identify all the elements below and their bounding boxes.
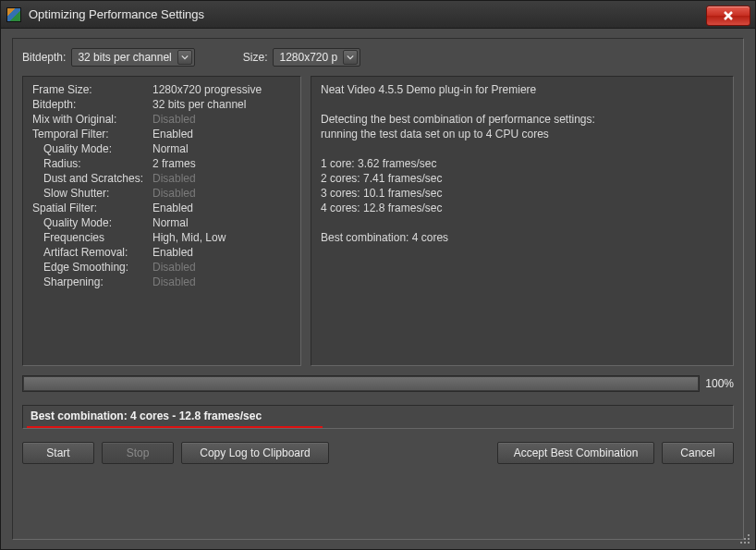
settings-key: Bitdepth: [32,97,152,112]
start-button[interactable]: Start [22,442,94,464]
chevron-down-icon [343,50,358,65]
settings-row: Bitdepth:32 bits per channel [32,97,291,112]
settings-value: 1280x720 progressive [152,82,262,97]
content-panels: Frame Size:1280x720 progressiveBitdepth:… [22,76,734,366]
log-line [321,141,724,156]
svg-rect-2 [748,538,750,540]
svg-rect-3 [740,542,742,544]
bitdepth-value: 32 bits per channel [78,51,171,64]
chevron-down-icon [177,50,192,65]
log-line: running the test data set on up to 4 CPU… [321,127,724,141]
main-frame: Bitdepth: 32 bits per channel Size: 1280… [12,38,744,540]
settings-value: Enabled [152,245,193,260]
settings-value: Enabled [152,127,193,141]
settings-row: Edge Smoothing:Disabled [32,260,291,275]
size-dropdown[interactable]: 1280x720 p [273,48,360,67]
settings-row: Mix with Original:Disabled [32,112,291,127]
settings-value: Disabled [152,260,196,275]
settings-key: Mix with Original: [32,112,152,127]
settings-row: Temporal Filter:Enabled [32,127,291,141]
best-combination-row: Best combination: 4 cores - 12.8 frames/… [22,405,734,429]
progress-bar [22,375,700,392]
settings-key: Slow Shutter: [32,186,152,201]
settings-value: 2 frames [152,156,196,171]
window-title: Optimizing Performance Settings [29,7,706,21]
size-label: Size: [243,51,268,64]
accept-button[interactable]: Accept Best Combination [497,442,654,464]
settings-value: Disabled [152,275,196,289]
settings-row: Slow Shutter:Disabled [32,186,291,201]
log-line: 2 cores: 7.41 frames/sec [321,171,724,186]
settings-row: FrequenciesHigh, Mid, Low [32,230,291,245]
close-button[interactable] [706,6,750,26]
settings-key: Sharpening: [32,275,152,289]
resize-grip[interactable] [740,534,751,545]
log-line [321,97,724,112]
settings-row: Artifact Removal:Enabled [32,245,291,260]
settings-value: Disabled [152,171,196,186]
close-icon [723,10,734,21]
log-line: 1 core: 3.62 frames/sec [321,156,724,171]
settings-row: Spatial Filter:Enabled [32,201,291,215]
settings-key: Frequencies [32,230,152,245]
settings-row: Radius:2 frames [32,156,291,171]
settings-key: Quality Mode: [32,215,152,230]
titlebar: Optimizing Performance Settings [1,1,755,29]
svg-rect-5 [748,542,750,544]
log-line: Neat Video 4.5.5 Demo plug-in for Premie… [321,82,724,97]
settings-key: Radius: [32,156,152,171]
settings-row: Frame Size:1280x720 progressive [32,82,291,97]
svg-rect-1 [744,538,746,540]
bitdepth-label: Bitdepth: [22,51,66,64]
log-line [321,215,724,230]
settings-key: Frame Size: [32,82,152,97]
settings-value: Normal [152,141,189,156]
log-panel: Neat Video 4.5.5 Demo plug-in for Premie… [311,76,734,366]
svg-rect-4 [744,542,746,544]
settings-value: 32 bits per channel [152,97,246,112]
settings-key: Edge Smoothing: [32,260,152,275]
svg-rect-0 [748,534,750,536]
settings-panel: Frame Size:1280x720 progressiveBitdepth:… [22,76,301,366]
settings-key: Temporal Filter: [32,127,152,141]
window-body: Bitdepth: 32 bits per channel Size: 1280… [1,29,755,549]
log-line: 4 cores: 12.8 frames/sec [321,201,724,215]
progress-percent: 100% [705,377,734,390]
settings-row: Dust and Scratches:Disabled [32,171,291,186]
cancel-button[interactable]: Cancel [662,442,734,464]
settings-key: Spatial Filter: [32,201,152,215]
log-line: 3 cores: 10.1 frames/sec [321,186,724,201]
log-line: Best combination: 4 cores [321,230,724,245]
best-underline [27,426,323,428]
settings-row: Quality Mode:Normal [32,141,291,156]
settings-value: Enabled [152,201,193,215]
settings-value: High, Mid, Low [152,230,226,245]
progress-fill [24,377,698,390]
copy-log-button[interactable]: Copy Log to Clipboard [181,442,329,464]
settings-row: Sharpening:Disabled [32,275,291,289]
window: Optimizing Performance Settings Bitdepth… [0,0,756,550]
settings-value: Disabled [152,112,196,127]
progress-row: 100% [22,375,734,392]
stop-button: Stop [102,442,174,464]
settings-key: Dust and Scratches: [32,171,152,186]
settings-row: Quality Mode:Normal [32,215,291,230]
size-value: 1280x720 p [279,51,337,64]
log-line: Detecting the best combination of perfor… [321,112,724,127]
settings-value: Normal [152,215,189,230]
settings-value: Disabled [152,186,196,201]
bitdepth-dropdown[interactable]: 32 bits per channel [71,48,194,67]
top-controls: Bitdepth: 32 bits per channel Size: 1280… [22,48,734,67]
settings-key: Quality Mode: [32,141,152,156]
app-icon [6,7,21,22]
button-row: Start Stop Copy Log to Clipboard Accept … [22,442,734,464]
best-combination-text: Best combination: 4 cores - 12.8 frames/… [30,409,262,422]
settings-key: Artifact Removal: [32,245,152,260]
